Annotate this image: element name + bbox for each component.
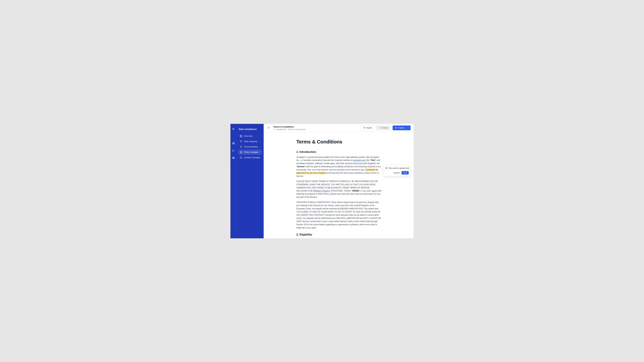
svg-point-1 (233, 143, 234, 144)
list-icon[interactable] (232, 149, 235, 152)
sidebar-title: Data compliance (238, 127, 262, 133)
sidebar-item-label: Documentation (244, 146, 258, 148)
svg-point-12 (240, 140, 241, 141)
status-label: Unpublished (276, 128, 286, 130)
paragraph: PLEASE READ THESE TERMS OF SERVICE CAREF… (296, 180, 382, 199)
embed-icon (378, 127, 381, 129)
comment-popover: KA We need to update the Cancel Post (384, 165, 410, 176)
svg-rect-10 (240, 136, 241, 137)
insert-label: Insert (366, 127, 372, 129)
sidebar-item-label: Overview (244, 135, 253, 137)
documentation-icon (240, 145, 242, 148)
section-heading: 1. Introduction (296, 150, 382, 154)
svg-point-20 (364, 127, 364, 128)
svg-rect-11 (241, 136, 242, 137)
saved-label: Saved 2 minutes ago (288, 128, 306, 130)
sidebar-item-overview[interactable]: Overview (238, 133, 262, 139)
sidebar: Data compliance Overview Data mapping (236, 124, 264, 238)
sidebar-item-documentation[interactable]: Documentation (238, 144, 262, 149)
publish-menu-button[interactable] (407, 125, 410, 130)
avatar: KA (385, 167, 388, 169)
paragraph: Unsplash is a photo discovery platform f… (296, 156, 382, 178)
sidebar-item-label: Policy manager (244, 151, 258, 153)
publish-button-group: Publish (392, 125, 410, 130)
unpublished-icon (273, 128, 276, 130)
svg-point-4 (232, 150, 233, 151)
document-title: Terms & Conditions (296, 139, 382, 145)
app-window: Data compliance Overview Data mapping (230, 124, 414, 238)
cancel-button[interactable]: Cancel (393, 171, 400, 174)
svg-point-2 (232, 150, 233, 150)
embed-button[interactable]: Embed (376, 125, 390, 130)
sidebar-item-incident-manager[interactable]: Incident manager (238, 155, 262, 160)
publish-label: Publish (398, 127, 405, 129)
svg-rect-9 (241, 135, 242, 136)
icon-rail (230, 124, 236, 238)
chevron-down-icon (259, 141, 261, 142)
svg-point-14 (241, 142, 241, 142)
topbar: Terms & Conditions Unpublished · Saved 2… (264, 124, 414, 132)
sidebar-item-label: Data mapping (244, 140, 257, 143)
post-button[interactable]: Post (402, 171, 409, 174)
svg-point-6 (232, 151, 233, 151)
incident-manager-icon (240, 156, 242, 159)
section-heading: 2. Eligibility (296, 233, 382, 236)
insert-icon (363, 127, 366, 129)
document-content: Terms & Conditions 1. Introduction Unspl… (296, 139, 382, 238)
chevron-down-icon (259, 146, 261, 148)
main-area: Terms & Conditions Unpublished · Saved 2… (264, 124, 414, 238)
embed-label: Embed (382, 127, 388, 129)
link-privacy-policy[interactable]: PRIVACY POLICY (313, 190, 330, 192)
sidebar-item-data-mapping[interactable]: Data mapping (238, 139, 262, 144)
breadcrumb: Terms & Conditions Unpublished · Saved 2… (273, 125, 306, 130)
svg-point-23 (396, 128, 396, 128)
sidebar-item-label: Incident manager (244, 156, 260, 159)
insert-button[interactable]: Insert (361, 125, 374, 130)
chat-icon[interactable] (232, 156, 235, 160)
svg-rect-8 (240, 135, 241, 136)
link-unsplash[interactable]: unsplash.com (353, 159, 366, 161)
sidebar-item-policy-manager[interactable]: Policy manager (238, 149, 262, 155)
paragraph: THIS PART IS REALLY IMPORTANT: These Ter… (296, 201, 382, 229)
svg-point-19 (274, 129, 275, 130)
comment-input[interactable]: We need to update the (389, 167, 409, 169)
brand-logo-icon[interactable] (232, 127, 235, 131)
page-status: Unpublished · Saved 2 minutes ago (273, 128, 306, 130)
page-title: Terms & Conditions (273, 125, 306, 128)
svg-point-13 (242, 140, 242, 141)
svg-point-0 (232, 142, 234, 144)
target-icon[interactable] (232, 142, 235, 145)
publish-icon (395, 127, 397, 129)
overview-icon (240, 135, 242, 137)
svg-point-17 (241, 158, 241, 158)
publish-button[interactable]: Publish (392, 125, 407, 130)
policy-manager-icon (240, 151, 242, 153)
data-mapping-icon (240, 140, 242, 143)
back-button[interactable] (267, 126, 271, 130)
document-scroll[interactable]: Terms & Conditions 1. Introduction Unspl… (264, 132, 414, 238)
